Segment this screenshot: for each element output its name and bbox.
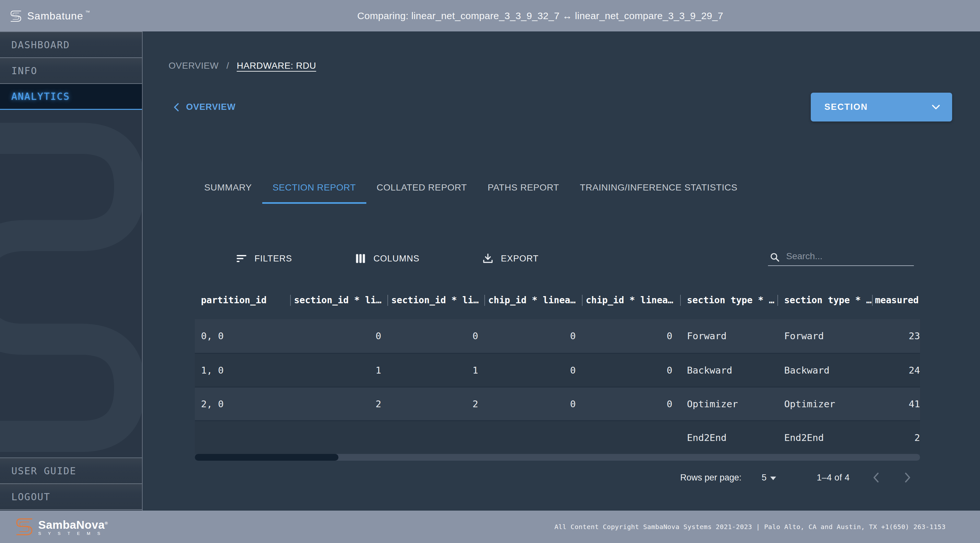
section-button-label: SECTION: [824, 102, 868, 112]
chevron-left-icon: [872, 472, 881, 483]
table-cell: Optimizer: [680, 399, 777, 410]
tab-section-report[interactable]: SECTION REPORT: [262, 173, 366, 204]
copyright-text: All Content Copyright SambaNova Systems …: [554, 523, 946, 531]
sidebar-item-label: USER GUIDE: [11, 465, 76, 476]
columns-label: COLUMNS: [374, 254, 420, 264]
footer-brand-sub: S Y S T E M S: [38, 531, 108, 536]
column-header-section-id-1[interactable]: section_id * li…: [290, 294, 387, 307]
table-header-row: partition_id section_id * li… section_id…: [195, 281, 920, 319]
table-cell: 2: [872, 432, 920, 443]
table-cell: Forward: [680, 330, 777, 341]
table-cell: 0: [582, 399, 680, 410]
breadcrumb-separator: /: [226, 60, 229, 71]
filters-label: FILTERS: [255, 254, 292, 264]
chevron-right-icon: [903, 472, 912, 483]
sambanova-logo: SambaNova® S Y S T E M S: [15, 516, 108, 537]
report-tabs: SUMMARY SECTION REPORT COLLATED REPORT P…: [194, 173, 980, 204]
section-dropdown-button[interactable]: SECTION: [811, 93, 952, 122]
tab-training-inference-statistics[interactable]: TRAINING/INFERENCE STATISTICS: [570, 173, 748, 204]
column-header-chip-id-2[interactable]: chip_id * linea…: [582, 294, 680, 307]
table-cell: 1: [387, 365, 484, 376]
next-page-button[interactable]: [903, 472, 912, 483]
download-icon: [483, 254, 493, 264]
sidebar-item-label: LOGOUT: [11, 491, 50, 502]
table-cell: End2End: [680, 432, 777, 443]
search-input[interactable]: [768, 251, 914, 266]
scrollbar-thumb[interactable]: [195, 454, 339, 461]
tab-label: SUMMARY: [204, 183, 252, 193]
table-cell: 24: [872, 365, 920, 376]
table-cell: Backward: [777, 365, 872, 376]
table-cell: Forward: [777, 330, 872, 341]
breadcrumb-overview[interactable]: OVERVIEW: [169, 60, 218, 71]
chevron-down-icon: [931, 104, 940, 110]
sidebar: DASHBOARD INFO ANALYTICS USER GUIDE LOGO…: [0, 32, 143, 511]
tab-collated-report[interactable]: COLLATED REPORT: [366, 173, 477, 204]
table-cell: 1: [290, 365, 387, 376]
table-row[interactable]: 0, 0 0 0 0 0 Forward Forward 23: [195, 319, 920, 353]
sidebar-item-info[interactable]: INFO: [0, 58, 142, 84]
search-box: [768, 251, 914, 266]
export-button[interactable]: EXPORT: [483, 254, 539, 264]
column-header-section-type-1[interactable]: section type * …: [680, 294, 777, 307]
column-header-chip-id-1[interactable]: chip_id * linea…: [484, 294, 582, 307]
tab-label: COLLATED REPORT: [377, 183, 467, 193]
breadcrumb: OVERVIEW / HARDWARE: RDU: [169, 60, 980, 71]
registered-mark: ®: [105, 521, 108, 526]
table-toolbar: FILTERS COLUMNS EXPORT: [236, 249, 914, 268]
table-cell: 23: [872, 330, 920, 341]
table-cell: 0: [387, 330, 484, 341]
filter-icon: [236, 254, 247, 264]
pagination-range: 1–4 of 4: [817, 473, 850, 483]
back-link-label: OVERVIEW: [186, 102, 236, 112]
sambatune-app: Sambatune ™ Comparing: linear_net_compar…: [0, 0, 980, 543]
table-cell: 0: [484, 365, 582, 376]
column-header-section-id-2[interactable]: section_id * li…: [387, 294, 484, 307]
breadcrumb-hardware-rdu[interactable]: HARDWARE: RDU: [237, 60, 316, 71]
tab-summary[interactable]: SUMMARY: [194, 173, 262, 204]
table-cell: 0: [484, 330, 582, 341]
column-header-section-type-2[interactable]: section type * …: [777, 294, 872, 307]
sidebar-item-label: INFO: [11, 65, 37, 76]
tab-label: PATHS REPORT: [488, 183, 559, 193]
column-header-partition-id[interactable]: partition_id: [195, 294, 290, 307]
table-row[interactable]: End2End End2End 2: [195, 420, 920, 454]
table-row[interactable]: 1, 0 1 1 0 0 Backward Backward 24: [195, 353, 920, 386]
sidebar-item-analytics[interactable]: ANALYTICS: [0, 84, 142, 110]
previous-page-button[interactable]: [872, 472, 881, 483]
tab-paths-report[interactable]: PATHS REPORT: [477, 173, 569, 204]
brand-name: Sambatune: [27, 8, 83, 24]
table-row[interactable]: 2, 0 2 2 0 0 Optimizer Optimizer 41: [195, 386, 920, 420]
tab-label: SECTION REPORT: [273, 183, 356, 193]
sidebar-item-user-guide[interactable]: USER GUIDE: [0, 458, 142, 484]
sidebar-item-logout[interactable]: LOGOUT: [0, 484, 142, 510]
table-cell: 0: [484, 399, 582, 410]
table-cell: 2: [290, 399, 387, 410]
page-footer: SambaNova® S Y S T E M S All Content Cop…: [0, 511, 980, 543]
sambatune-logo-icon: [10, 10, 22, 23]
pagination: Rows per page: 5 1–4 of 4: [143, 470, 912, 485]
columns-button[interactable]: COLUMNS: [355, 254, 420, 264]
brand: Sambatune ™: [10, 8, 139, 24]
main-content: OVERVIEW / HARDWARE: RDU OVERVIEW SECTIO…: [143, 32, 980, 511]
sidebar-item-label: ANALYTICS: [11, 91, 70, 102]
horizontal-scrollbar[interactable]: [195, 454, 920, 461]
table-cell: 0: [582, 330, 680, 341]
rows-per-page-select[interactable]: 5: [762, 473, 776, 483]
caret-down-icon: [770, 476, 776, 480]
footer-brand-name: SambaNova: [38, 518, 105, 531]
sambanova-logo-icon: [15, 516, 34, 537]
columns-icon: [355, 254, 366, 264]
table-cell: 41: [872, 399, 920, 410]
rows-per-page-label: Rows per page:: [680, 473, 741, 483]
table-cell: Backward: [680, 365, 777, 376]
column-header-measured[interactable]: measured: [872, 294, 920, 307]
back-to-overview-link[interactable]: OVERVIEW: [172, 102, 236, 112]
tab-label: TRAINING/INFERENCE STATISTICS: [580, 183, 738, 193]
sidebar-item-dashboard[interactable]: DASHBOARD: [0, 32, 142, 58]
table-cell: 0: [290, 330, 387, 341]
top-header: Sambatune ™ Comparing: linear_net_compar…: [0, 0, 980, 32]
comparison-title: Comparing: linear_net_compare_3_3_9_32_7…: [139, 10, 980, 21]
filters-button[interactable]: FILTERS: [236, 254, 292, 264]
table-cell: Optimizer: [777, 399, 872, 410]
